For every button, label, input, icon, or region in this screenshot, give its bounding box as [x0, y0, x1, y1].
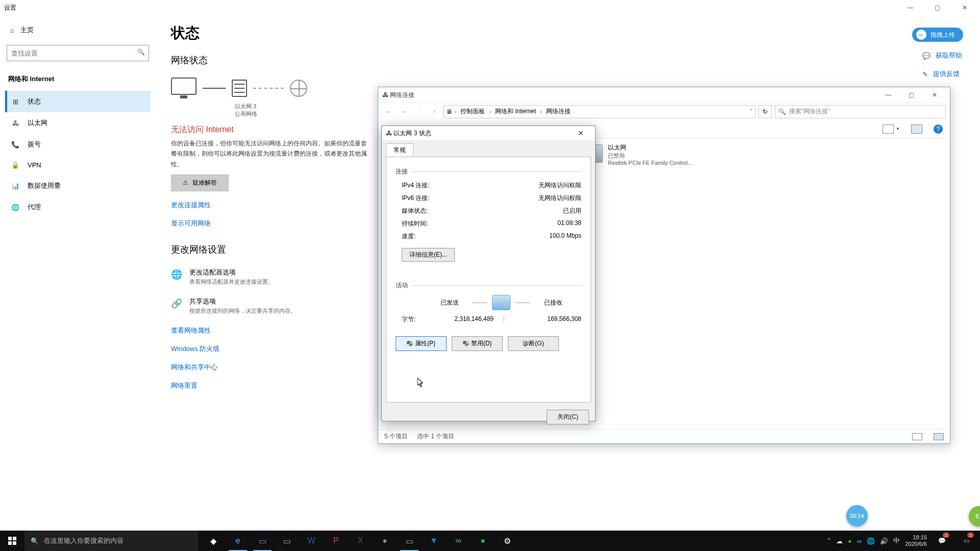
home-nav[interactable]: ⌂ 主页 — [5, 19, 151, 41]
maximize-button[interactable]: ▢ — [926, 0, 949, 15]
tray-app-icon[interactable]: ∞ — [857, 537, 862, 545]
settings-search-input[interactable] — [7, 45, 149, 61]
tray-wechat-icon[interactable]: ● — [848, 537, 852, 545]
taskbar-search[interactable]: 🔍 在这里输入你要搜索的内容 — [24, 531, 198, 551]
up-button[interactable]: ↑ — [428, 108, 440, 115]
dialog-action-buttons: 属性(P) 禁用(D) 诊断(G) — [396, 336, 581, 351]
close-button[interactable]: 关闭(C) — [547, 410, 589, 424]
control-panel-icon: 🖥 — [446, 108, 452, 115]
action-center-button[interactable]: ▭2 — [957, 531, 976, 551]
shield-icon — [463, 341, 469, 347]
task-notepad[interactable]: ▭ — [275, 531, 299, 551]
cloud-icon: ∞ — [916, 30, 926, 40]
pc-icon — [171, 78, 197, 98]
refresh-button[interactable]: ↻ — [758, 105, 772, 118]
task-app-4[interactable]: ∞ — [446, 531, 471, 551]
sharing-options-sub: 根据所连接到的网络，决定要共享的内容。 — [189, 307, 296, 315]
recent-dropdown[interactable]: ˅ — [413, 108, 425, 115]
explorer-maximize-button[interactable]: ▢ — [900, 88, 923, 102]
dialog-footer: 关闭(C) — [382, 407, 595, 429]
task-powerpoint[interactable]: P — [324, 531, 348, 551]
upload-pill[interactable]: ∞ 拖拽上传 — [912, 28, 963, 42]
nav-label: 以太网 — [28, 118, 47, 128]
item-count: 5 个项目 — [384, 432, 408, 441]
properties-button[interactable]: 属性(P) — [396, 336, 447, 351]
details-view-button[interactable] — [912, 433, 922, 440]
kv-ipv6: IPv6 连接:无网络访问权限 — [396, 192, 581, 205]
task-wechat[interactable]: ● — [471, 531, 495, 551]
settings-title: 设置 — [4, 4, 16, 12]
adapter-item[interactable]: 以太网 已禁用 Realtek PCIe FE Family Control..… — [584, 143, 707, 166]
globe-icon — [290, 80, 307, 97]
action-center-icon: ▭ — [964, 537, 969, 544]
help-links: 💬获取帮助 ✎提供反馈 — [922, 51, 962, 79]
address-dropdown[interactable]: ˅ — [750, 108, 753, 115]
ethernet-status-dialog: 🖧 以太网 3 状态 ✕ 常规 连接 IPv4 连接:无网络访问权限 IPv6 … — [381, 126, 596, 421]
help-button[interactable]: ? — [934, 124, 943, 134]
properties-label: 属性(P) — [415, 339, 435, 348]
icons-view-button[interactable] — [934, 433, 944, 440]
start-button[interactable] — [0, 531, 24, 551]
give-feedback-link[interactable]: ✎提供反馈 — [922, 69, 962, 79]
breadcrumb-bar[interactable]: 🖥 › 控制面板 › 网络和 Internet › 网络连接 ˅ — [444, 105, 755, 118]
task-gear[interactable]: ⚙ — [495, 531, 520, 551]
troubleshoot-button[interactable]: ⚠ 疑难解答 — [171, 174, 229, 191]
settings-search[interactable]: 🔍 — [7, 45, 149, 61]
tray-onedrive-icon[interactable]: ☁ — [836, 537, 843, 545]
tray-network-icon[interactable]: 🌐 — [867, 537, 875, 545]
task-word[interactable]: W — [299, 531, 324, 551]
bytes-sent: 2,318,146,489 — [426, 315, 494, 324]
nav-proxy[interactable]: 🌐代理 — [5, 196, 151, 218]
task-settings[interactable]: ▭ — [250, 531, 275, 551]
explorer-titlebar[interactable]: 🖧 网络连接 — ▢ ✕ — [378, 87, 950, 103]
notifications-button[interactable]: 💬2 — [932, 531, 951, 551]
view-menu[interactable]: ▼ — [883, 124, 900, 134]
ethernet-icon: 🖧 — [11, 119, 19, 127]
minimize-button[interactable]: — — [899, 0, 922, 15]
task-explorer[interactable]: ▭ — [397, 531, 422, 551]
search-icon: 🔍 — [778, 108, 786, 115]
preview-pane-toggle[interactable] — [911, 124, 922, 134]
data-usage-icon: 📊 — [11, 182, 19, 190]
close-button[interactable]: ✕ — [953, 0, 976, 15]
forward-button[interactable]: → — [398, 108, 410, 115]
tab-general[interactable]: 常规 — [386, 143, 413, 157]
diagnose-button[interactable]: 诊断(G) — [508, 336, 559, 351]
tray-volume-icon[interactable]: 🔊 — [880, 537, 888, 545]
explorer-search[interactable]: 🔍 搜索"网络连接" — [775, 105, 946, 118]
dialog-close-button[interactable]: ✕ — [571, 129, 591, 137]
nav-ethernet[interactable]: 🖧以太网 — [5, 112, 151, 134]
settings-sidebar: ⌂ 主页 🔍 网络和 Internet ⊞状态 🖧以太网 📞拨号 🔒VPN 📊数… — [0, 15, 156, 531]
nav-data-usage[interactable]: 📊数据使用量 — [5, 175, 151, 196]
crumb-network-connections[interactable]: 网络连接 — [544, 107, 573, 116]
crumb-network-internet[interactable]: 网络和 Internet — [493, 107, 538, 116]
task-app-3[interactable]: ▼ — [422, 531, 446, 551]
diagnose-label: 诊断(G) — [523, 339, 544, 348]
disable-button[interactable]: 禁用(D) — [452, 336, 503, 351]
adapter-status: 已禁用 — [608, 152, 692, 160]
get-help-link[interactable]: 💬获取帮助 — [922, 51, 962, 60]
task-app-2[interactable]: ● — [373, 531, 397, 551]
task-excel[interactable]: X — [348, 531, 373, 551]
tray-up-chevron[interactable]: ˄ — [827, 537, 831, 545]
kv-key: 持续时间: — [402, 219, 428, 228]
connection-group-header: 连接 — [396, 167, 581, 176]
taskbar-search-placeholder: 在这里输入你要搜索的内容 — [44, 536, 124, 545]
dialog-titlebar[interactable]: 🖧 以太网 3 状态 ✕ — [382, 126, 595, 140]
adapter-options-title: 更改适配器选项 — [189, 268, 274, 277]
task-edge[interactable]: e — [226, 531, 250, 551]
clock[interactable]: 18:15 2020/6/6 — [905, 534, 927, 547]
details-button[interactable]: 详细信息(E)... — [402, 248, 455, 262]
explorer-minimize-button[interactable]: — — [877, 88, 900, 102]
kv-value: 已启用 — [563, 207, 581, 215]
task-app-1[interactable]: ◆ — [201, 531, 226, 551]
explorer-close-button[interactable]: ✕ — [923, 88, 946, 102]
crumb-control-panel[interactable]: 控制面板 — [458, 107, 487, 116]
back-button[interactable]: ← — [382, 108, 395, 115]
nav-status[interactable]: ⊞状态 — [5, 91, 151, 112]
recording-timer[interactable]: 00:14 — [846, 505, 868, 527]
adapter-device: Realtek PCIe FE Family Control... — [608, 160, 692, 166]
ime-indicator[interactable]: 中 — [893, 536, 900, 545]
nav-dialup[interactable]: 📞拨号 — [5, 134, 151, 155]
nav-vpn[interactable]: 🔒VPN — [5, 155, 151, 175]
